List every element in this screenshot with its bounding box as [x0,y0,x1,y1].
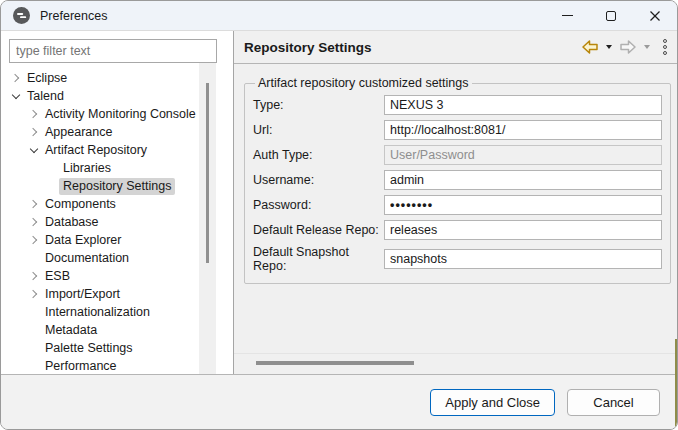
field-input-type[interactable] [384,95,662,115]
settings-panel: Repository Settings [234,31,677,374]
minimize-button[interactable] [545,1,589,31]
field-input-default-release-repo[interactable] [384,220,662,240]
dot-icon [663,45,668,50]
tree-item-label: Internationalization [41,304,154,321]
settings-form: Type: Url: Auth Type: Username: Password… [253,95,662,273]
preferences-window: Preferences Eclipse Talend Activity Moni… [0,0,678,430]
field-label: Default Snapshot Repo: [253,245,384,273]
chevron-right-icon[interactable] [27,233,41,247]
back-arrow-icon [581,40,599,54]
view-menu-button[interactable] [663,39,668,56]
filter-input[interactable] [9,39,217,63]
maximize-button[interactable] [589,1,633,31]
tree-item-label: Performance [41,358,121,375]
dot-icon [663,51,668,56]
chevron-right-icon[interactable] [27,197,41,211]
form-field-row: Default Release Repo: [253,220,662,240]
form-field-row: Auth Type: [253,145,662,165]
tree-item-label: Import/Export [41,286,124,303]
forward-arrow-icon [619,40,637,54]
minimize-icon [562,15,573,16]
close-icon [649,10,661,22]
field-input-username[interactable] [384,170,662,190]
tree-indent-spacer [27,305,41,319]
tree-indent-spacer [27,341,41,355]
tree-item-label: Repository Settings [59,178,175,195]
tree-item-label: Documentation [41,250,133,267]
chevron-down-icon[interactable] [27,143,41,157]
tree-item-label: ESB [41,268,74,285]
tree-item-label: Palette Settings [41,340,137,357]
horizontal-divider [234,353,677,354]
tree-item-label: Libraries [59,160,115,177]
back-button[interactable] [581,40,599,54]
form-field-row: Default Snapshot Repo: [253,245,662,273]
field-label: Type: [253,98,384,112]
tree-item-label: Artifact Repository [41,142,151,159]
chevron-right-icon[interactable] [27,107,41,121]
field-label: Auth Type: [253,148,384,162]
form-field-row: Type: [253,95,662,115]
tree-scrollbar-track[interactable] [199,63,216,374]
back-history-dropdown[interactable] [606,45,612,49]
form-field-row: Url: [253,120,662,140]
tree-item-label: Database [41,214,103,231]
preferences-sidebar: Eclipse Talend Activity Monitoring Conso… [1,31,234,374]
group-title: Artifact repository customized settings [255,76,472,90]
field-label: Password: [253,198,384,212]
dot-icon [663,39,668,44]
horizontal-scrollbar-thumb[interactable] [256,361,414,365]
tree-item-label: Talend [23,88,68,105]
chevron-down-icon [644,45,650,49]
form-field-row: Username: [253,170,662,190]
chevron-right-icon[interactable] [27,125,41,139]
talend-app-icon [13,7,30,24]
tree-indent-spacer [45,179,59,193]
field-label: Default Release Repo: [253,223,384,237]
chevron-right-icon[interactable] [9,71,23,85]
tree-item-label: Appearance [41,124,116,141]
settings-header: Repository Settings [234,31,677,64]
chevron-right-icon[interactable] [27,215,41,229]
chevron-right-icon[interactable] [27,287,41,301]
titlebar: Preferences [1,1,677,31]
form-field-row: Password: [253,195,662,215]
maximize-icon [606,11,616,21]
field-label: Username: [253,173,384,187]
tree-indent-spacer [27,323,41,337]
tree-item-label: Activity Monitoring Console [41,106,200,123]
artifact-repository-group: Artifact repository customized settings … [244,76,671,284]
tree-scrollbar-thumb[interactable] [206,83,209,263]
field-input-password[interactable] [384,195,662,215]
tree-item-label: Eclipse [23,70,71,87]
tree-item-label: Components [41,196,120,213]
forward-button[interactable] [619,40,637,54]
tree-item-label: Metadata [41,322,101,339]
forward-history-dropdown[interactable] [644,45,650,49]
dialog-footer: Apply and Close Cancel [1,374,677,429]
cancel-button[interactable]: Cancel [567,389,660,416]
page-title: Repository Settings [244,40,581,55]
desktop-background-sliver [675,339,678,430]
field-label: Url: [253,123,384,137]
apply-and-close-button[interactable]: Apply and Close [430,389,555,416]
chevron-right-icon[interactable] [27,269,41,283]
tree-item-label: Data Explorer [41,232,125,249]
chevron-down-icon[interactable] [9,89,23,103]
window-title: Preferences [40,9,545,23]
tree-indent-spacer [27,359,41,373]
field-input-default-snapshot-repo[interactable] [384,249,662,269]
close-button[interactable] [633,1,677,31]
field-input-auth-type [384,145,662,165]
tree-indent-spacer [27,251,41,265]
field-input-url[interactable] [384,120,662,140]
chevron-down-icon [606,45,612,49]
tree-indent-spacer [45,161,59,175]
